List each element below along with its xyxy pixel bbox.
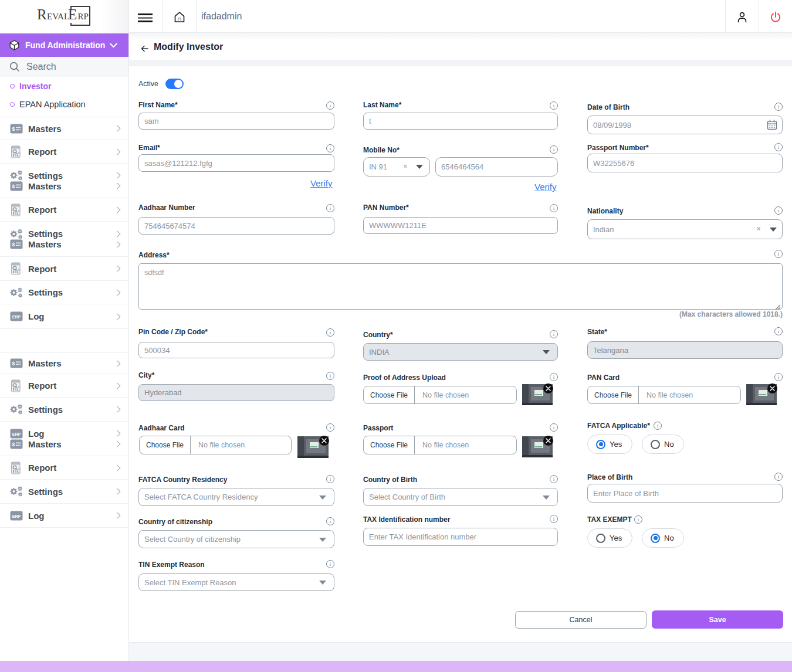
svg-text:ERP: ERP — [12, 432, 21, 436]
svg-text:$: $ — [12, 242, 15, 247]
svg-text:$: $ — [12, 184, 15, 189]
svg-text:$: $ — [12, 361, 15, 366]
svg-text:$: $ — [12, 442, 15, 447]
svg-text:$: $ — [12, 126, 15, 132]
svg-text:ERP: ERP — [12, 315, 21, 319]
svg-text:ERP: ERP — [12, 514, 21, 518]
